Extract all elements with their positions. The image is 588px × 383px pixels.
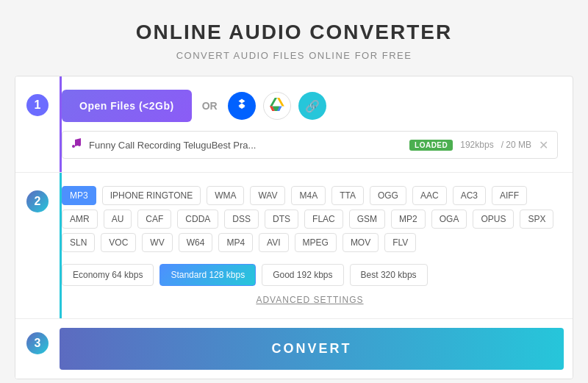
step-1-circle: 1 (26, 94, 49, 116)
file-close-button[interactable]: ✕ (539, 138, 548, 152)
format-btn-aac[interactable]: AAC (412, 186, 447, 205)
format-btn-m4a[interactable]: M4A (291, 186, 326, 205)
format-btn-gsm[interactable]: GSM (349, 210, 385, 229)
advanced-settings-link[interactable]: ADVANCED SETTINGS (62, 295, 558, 305)
section-upload: 1 Open Files (<2Gb) OR (15, 76, 573, 173)
quality-btn-economy[interactable]: Economy 64 kbps (62, 264, 154, 286)
format-btn-aiff[interactable]: AIFF (492, 186, 527, 205)
step-2-circle: 2 (26, 190, 49, 212)
file-bitrate: 192kbps (460, 140, 493, 150)
convert-button[interactable]: CONVERT (60, 328, 564, 370)
step-3-circle: 3 (26, 332, 49, 354)
url-button[interactable]: 🔗 (298, 92, 326, 120)
loaded-badge: LOADED (409, 140, 453, 151)
file-music-icon (71, 137, 82, 152)
format-btn-mpeg[interactable]: MPEG (295, 233, 337, 252)
format-btn-sln[interactable]: SLN (62, 233, 95, 252)
format-btn-mp3[interactable]: MP3 (62, 186, 96, 205)
format-btn-oga[interactable]: OGA (431, 210, 467, 229)
format-btn-flv[interactable]: FLV (384, 233, 416, 252)
format-btn-w64[interactable]: W64 (179, 233, 213, 252)
format-btn-voc[interactable]: VOC (101, 233, 136, 252)
format-btn-amr[interactable]: AMR (62, 210, 98, 229)
format-btn-ogg[interactable]: OGG (370, 186, 406, 205)
dropbox-icon (235, 98, 248, 114)
page-title: ONLINE AUDIO CONVERTER (136, 21, 452, 44)
quality-btn-standard[interactable]: Standard 128 kbps (159, 264, 256, 286)
open-files-button[interactable]: Open Files (<2Gb) (62, 90, 192, 122)
page-header: ONLINE AUDIO CONVERTER CONVERT AUDIO FIL… (121, 0, 467, 68)
format-btn-cdda[interactable]: CDDA (177, 210, 218, 229)
format-btn-wma[interactable]: WMA (207, 186, 244, 205)
file-name: Funny Call Recording TeluguBest Pra... (89, 140, 402, 151)
or-label: OR (202, 100, 218, 112)
google-drive-icon (270, 98, 284, 115)
format-btn-ac3[interactable]: AC3 (453, 186, 486, 205)
format-grid: MP3IPHONE RINGTONEWMAWAVM4ATTAOGGAACAC3A… (62, 186, 558, 252)
quality-row: Economy 64 kbpsStandard 128 kbpsGood 192… (62, 264, 558, 286)
format-btn-dss[interactable]: DSS (224, 210, 259, 229)
format-btn-mp2[interactable]: MP2 (391, 210, 426, 229)
format-btn-au[interactable]: AU (104, 210, 132, 229)
format-btn-mov[interactable]: MOV (343, 233, 379, 252)
format-btn-caf[interactable]: CAF (137, 210, 171, 229)
upload-content: Open Files (<2Gb) OR (60, 76, 573, 172)
cloud-icons: 🔗 (228, 92, 326, 120)
step-1-indicator: 1 (15, 76, 60, 172)
page-subtitle: CONVERT AUDIO FILES ONLINE FOR FREE (136, 50, 452, 61)
format-btn-tta[interactable]: TTA (331, 186, 364, 205)
google-drive-button[interactable] (263, 92, 291, 120)
format-btn-mp4[interactable]: MP4 (218, 233, 253, 252)
step-3-indicator: 3 (15, 319, 60, 379)
convert-content: CONVERT (60, 319, 573, 379)
format-btn-spx[interactable]: SPX (520, 210, 553, 229)
format-btn-wav[interactable]: WAV (250, 186, 285, 205)
format-btn-avi[interactable]: AVI (259, 233, 288, 252)
file-row: Funny Call Recording TeluguBest Pra... L… (62, 131, 558, 159)
step-2-indicator: 2 (15, 173, 60, 318)
quality-btn-good[interactable]: Good 192 kbps (262, 264, 343, 286)
main-container: 1 Open Files (<2Gb) OR (15, 76, 573, 379)
format-btn-opus[interactable]: OPUS (473, 210, 514, 229)
quality-btn-best[interactable]: Best 320 kbps (350, 264, 428, 286)
format-btn-wv[interactable]: WV (142, 233, 172, 252)
section-format: 2 MP3IPHONE RINGTONEWMAWAVM4ATTAOGGAACAC… (15, 173, 573, 319)
dropbox-button[interactable] (228, 92, 256, 120)
section-convert: 3 CONVERT (15, 319, 573, 379)
format-btn-dts[interactable]: DTS (265, 210, 298, 229)
format-content: MP3IPHONE RINGTONEWMAWAVM4ATTAOGGAACAC3A… (60, 173, 573, 318)
format-btn-flac[interactable]: FLAC (304, 210, 343, 229)
url-icon: 🔗 (305, 99, 320, 113)
upload-row: Open Files (<2Gb) OR (62, 90, 558, 122)
file-size: / 20 MB (501, 140, 531, 150)
svg-marker-1 (270, 98, 277, 106)
format-btn-iphone-ringtone[interactable]: IPHONE RINGTONE (102, 186, 201, 205)
